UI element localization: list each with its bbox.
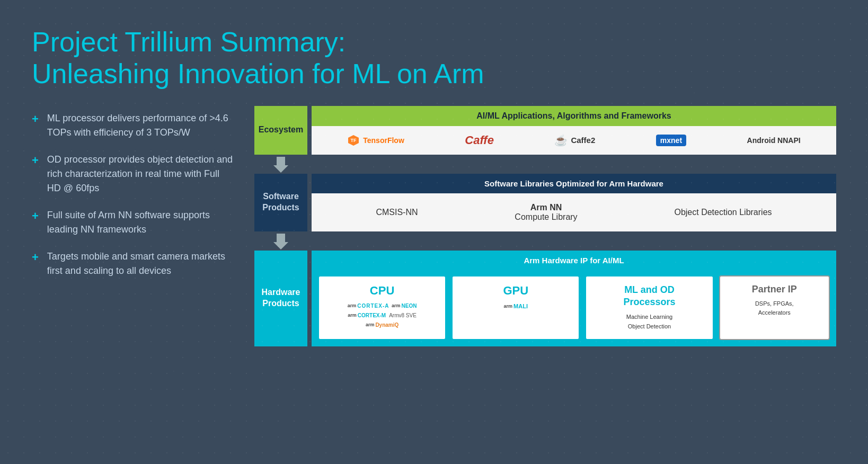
arrow-2	[254, 231, 836, 251]
cpu-card-sub: arm CORTEX-A arm NEON arm CORTEX-M Armv8…	[324, 302, 440, 329]
hardware-label-box: HardwareProducts	[254, 251, 307, 346]
bullet-text-4: Targets mobile and smart camera markets …	[47, 249, 233, 278]
content-area: + ML processor delivers performance of >…	[32, 106, 836, 443]
svg-marker-3	[273, 234, 288, 249]
objdetect-text: Object Detection Libraries	[674, 208, 772, 217]
gpu-card-title: GPU	[458, 284, 573, 298]
armnn-title: Arm NN	[515, 203, 577, 212]
hardware-cards: CPU arm CORTEX-A arm NEON arm	[312, 270, 836, 346]
objdetect-lib: Object Detection Libraries	[674, 208, 772, 217]
down-arrow-2-icon	[271, 231, 290, 251]
bullet-plus-3: +	[32, 209, 39, 223]
software-label-box: SoftwareProducts	[254, 174, 307, 231]
arm-prefix-4: arm	[366, 321, 375, 328]
ecosystem-label-box: Ecosystem	[254, 106, 307, 155]
tensorflow-icon: TF	[347, 134, 360, 147]
arm-prefix-3: arm	[348, 311, 357, 319]
bullet-text-2: OD processor provides object detection a…	[47, 153, 233, 195]
bullet-item-3: + Full suite of Arm NN software supports…	[32, 208, 233, 237]
cpu-card-title: CPU	[324, 284, 440, 298]
arrow-1	[254, 155, 836, 174]
caffe2-logo: ☕ Caffe2	[554, 134, 595, 147]
svg-text:TF: TF	[351, 138, 357, 143]
bullet-plus-4: +	[32, 251, 39, 264]
bullet-plus-2: +	[32, 154, 39, 167]
tensorflow-text: TensorFlow	[363, 136, 404, 145]
gpu-card-sub: arm MALI	[458, 302, 573, 311]
mxnet-logo: mxnet	[656, 135, 686, 146]
bullet-item-4: + Targets mobile and smart camera market…	[32, 249, 233, 278]
title-line1: Project Trillium Summary:	[32, 26, 346, 57]
svg-marker-2	[273, 157, 288, 173]
armnn-subtitle: Compute Library	[515, 212, 577, 222]
bullet-item-1: + ML processor delivers performance of >…	[32, 111, 233, 140]
software-row: SoftwareProducts Software Libraries Opti…	[254, 174, 836, 231]
hardware-row: HardwareProducts Arm Hardware IP for AI/…	[254, 251, 836, 346]
title-line2: Unleashing Innovation for ML on Arm	[32, 58, 484, 89]
ml-od-sub: Machine LearningObject Detection	[591, 313, 707, 331]
partner-ip-title: Partner IP	[725, 284, 823, 295]
software-content: Software Libraries Optimized for Arm Har…	[312, 174, 836, 231]
ml-od-title: ML and ODProcessors	[591, 284, 707, 309]
nnapi-logo: Android NNAPI	[747, 136, 801, 145]
arrow-spacer-1	[254, 155, 307, 174]
nnapi-text: Android NNAPI	[747, 136, 801, 145]
armv8-text: Armv8 SVE	[389, 311, 417, 320]
bullet-text-3: Full suite of Arm NN software supports l…	[47, 208, 233, 237]
cmsis-lib: CMSIS-NN	[376, 208, 418, 217]
partner-ip-card: Partner IP DSPs, FPGAs,Accelerators	[719, 275, 830, 340]
mxnet-text: mxnet	[656, 135, 686, 146]
caffe2-text: Caffe2	[571, 136, 595, 145]
arm-mali-prefix: arm	[504, 302, 513, 310]
main-title: Project Trillium Summary: Unleashing Inn…	[32, 26, 836, 90]
hardware-label: HardwareProducts	[262, 287, 300, 309]
software-libs: CMSIS-NN Arm NN Compute Library Object D…	[312, 193, 836, 231]
ml-od-card: ML and ODProcessors Machine LearningObje…	[585, 275, 713, 340]
armnn-lib: Arm NN Compute Library	[515, 203, 577, 222]
cortex-m-text: CORTEX-M	[358, 311, 386, 320]
arrow-spacer-2	[254, 231, 307, 251]
diagram: Ecosystem AI/ML Applications, Algorithms…	[254, 106, 836, 443]
dynamiq-text: DynamiQ	[375, 321, 398, 329]
neon-text: NEON	[402, 302, 417, 310]
ecosystem-row: Ecosystem AI/ML Applications, Algorithms…	[254, 106, 836, 155]
hardware-header: Arm Hardware IP for AI/ML	[312, 251, 836, 270]
cmsis-text: CMSIS-NN	[376, 208, 418, 217]
bullet-plus-1: +	[32, 112, 39, 126]
bullet-text-1: ML processor delivers performance of >4.…	[47, 111, 233, 140]
hardware-content: Arm Hardware IP for AI/ML CPU arm CORTEX…	[312, 251, 836, 346]
slide: Project Trillium Summary: Unleashing Inn…	[0, 0, 868, 464]
bullets-section: + ML processor delivers performance of >…	[32, 106, 233, 443]
caffe-text: Caffe	[465, 133, 494, 147]
arm-prefix-1: arm	[348, 302, 357, 309]
mali-text: MALI	[513, 302, 528, 311]
caffe-logo: Caffe	[465, 133, 494, 147]
caffe2-icon: ☕	[554, 134, 568, 147]
arm-prefix-2: arm	[391, 302, 401, 309]
title-section: Project Trillium Summary: Unleashing Inn…	[32, 26, 836, 90]
ecosystem-content: AI/ML Applications, Algorithms and Frame…	[312, 106, 836, 155]
ecosystem-logos: TF TensorFlow Caffe ☕ Caffe2	[312, 126, 836, 155]
cpu-card: CPU arm CORTEX-A arm NEON arm	[318, 275, 446, 340]
ecosystem-header: AI/ML Applications, Algorithms and Frame…	[312, 106, 836, 126]
partner-ip-sub: DSPs, FPGAs,Accelerators	[725, 299, 823, 318]
down-arrow-1-icon	[271, 155, 290, 174]
bullet-item-2: + OD processor provides object detection…	[32, 153, 233, 195]
gpu-card: GPU arm MALI	[451, 275, 580, 340]
tensorflow-logo: TF TensorFlow	[347, 134, 404, 147]
cortex-a-text: CORTEX-A	[357, 302, 389, 310]
software-label: SoftwareProducts	[262, 191, 299, 213]
ecosystem-label: Ecosystem	[259, 124, 304, 136]
software-header: Software Libraries Optimized for Arm Har…	[312, 174, 836, 193]
